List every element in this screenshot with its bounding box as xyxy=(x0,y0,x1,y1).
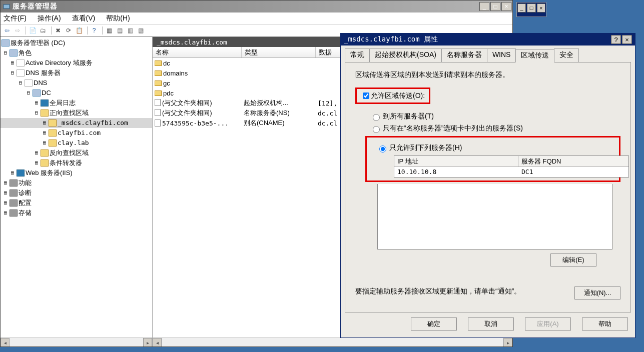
file-icon xyxy=(155,109,161,116)
zone-properties-dialog: _msdcs.clayfbi.com 属性 ? × 常规 起始授权机构(SOA)… xyxy=(340,33,635,338)
tree-root[interactable]: 服务器管理器 (DC) xyxy=(1,38,152,48)
tree-iis[interactable]: ⊞ Web 服务器(IIS) xyxy=(1,168,152,178)
tree-zone-clayfbi[interactable]: ⊞ clayfbi.com xyxy=(1,128,152,138)
cell: 别名(CNAME) xyxy=(242,118,316,128)
ok-button[interactable]: 确定 xyxy=(411,318,457,330)
menu-file[interactable]: 文件(F) xyxy=(4,14,27,23)
tree-label: Web 服务器(IIS) xyxy=(26,168,73,178)
tree-hscroll[interactable]: ◂ ▸ xyxy=(1,338,152,346)
tree-cond-fwd[interactable]: ⊞ 条件转发器 xyxy=(1,158,152,168)
list-title-zone: _msdcs.clayfbi.com xyxy=(157,38,227,46)
tree-ad[interactable]: ⊞ Active Directory 域服务 xyxy=(1,58,152,68)
tree-diag[interactable]: ⊞ 诊断 xyxy=(1,188,152,198)
forward-icon[interactable]: ⇨ xyxy=(13,26,22,35)
allow-zone-transfer-checkbox[interactable] xyxy=(363,92,369,99)
col-name[interactable]: 名称 xyxy=(153,47,242,58)
iis-icon xyxy=(17,170,25,176)
menu-view[interactable]: 查看(V) xyxy=(72,14,96,23)
radio-row-ns[interactable]: 只有在“名称服务器”选项卡中列出的服务器(S) xyxy=(370,124,620,133)
menu-help[interactable]: 帮助(H) xyxy=(106,14,130,23)
menu-action[interactable]: 操作(A) xyxy=(38,14,61,23)
app-icon xyxy=(3,2,11,10)
delete-icon[interactable]: ✖ xyxy=(54,26,63,35)
radio-row-list[interactable]: 只允许到下列服务器(H) xyxy=(377,144,614,152)
storage-icon xyxy=(10,210,18,216)
help-icon[interactable]: ? xyxy=(90,26,99,35)
tree-fwd-zone[interactable]: ⊟ 正向查找区域 xyxy=(1,108,152,118)
folder-icon[interactable]: 🗂 xyxy=(39,26,48,35)
tree-label: 全局日志 xyxy=(50,98,76,108)
tree-zone-claylab[interactable]: ⊞ clay.lab xyxy=(1,138,152,148)
export-icon[interactable]: 📋 xyxy=(75,26,84,35)
col-ip[interactable]: IP 地址 xyxy=(394,156,518,166)
list-hscroll[interactable]: ◂ ▸ xyxy=(153,338,512,346)
maximize-button[interactable]: □ xyxy=(490,2,500,11)
table-row[interactable]: 10.10.10.8 DC1 xyxy=(394,167,628,177)
dialog-buttons: 确定 取消 应用(A) 帮助 xyxy=(341,312,635,338)
scroll-right-icon[interactable]: ▸ xyxy=(503,338,512,346)
tree-dns[interactable]: ⊟ DNS xyxy=(1,78,152,88)
radio-all-servers[interactable] xyxy=(373,114,380,121)
tree-rev-zone[interactable]: ⊞ 反向查找区域 xyxy=(1,148,152,158)
tab-security[interactable]: 安全 xyxy=(554,48,579,62)
tree-config[interactable]: ⊞ 配置 xyxy=(1,198,152,208)
radio-only-listed-servers[interactable] xyxy=(379,146,386,152)
tree-storage[interactable]: ⊞ 存储 xyxy=(1,208,152,218)
apply-button[interactable]: 应用(A) xyxy=(525,318,571,330)
scroll-left-icon[interactable]: ◂ xyxy=(153,338,162,346)
maximize-icon[interactable]: □ xyxy=(527,4,535,12)
back-icon[interactable]: ⇦ xyxy=(3,26,12,35)
tab-zone-transfer[interactable]: 区域传送 xyxy=(515,49,554,62)
tb-icon-1[interactable]: ▦ xyxy=(105,26,114,35)
tree-zone-msdcs[interactable]: ⊞ _msdcs.clayfbi.com xyxy=(1,118,152,128)
refresh-icon[interactable]: ⟳ xyxy=(64,26,73,35)
notify-button[interactable]: 通知(N)... xyxy=(574,286,620,300)
scroll-left-icon[interactable]: ◂ xyxy=(1,338,10,346)
cell: pdc xyxy=(163,90,174,97)
zone-icon xyxy=(49,130,57,136)
features-icon xyxy=(10,180,18,186)
tab-general[interactable]: 常规 xyxy=(345,48,370,62)
minimize-button[interactable]: _ xyxy=(479,2,489,11)
edit-button[interactable]: 编辑(E) xyxy=(550,254,596,266)
server-icon xyxy=(2,40,10,46)
col-fqdn[interactable]: 服务器 FQDN xyxy=(518,156,628,166)
close-button[interactable]: × xyxy=(501,2,511,11)
folder-icon xyxy=(41,150,49,156)
tab-wins[interactable]: WINS xyxy=(487,48,516,62)
tree-roles[interactable]: ⊟ 角色 xyxy=(1,48,152,58)
scroll-right-icon[interactable]: ▸ xyxy=(143,338,152,346)
help-button[interactable]: ? xyxy=(611,35,621,44)
tab-ns[interactable]: 名称服务器 xyxy=(441,48,487,62)
close-icon[interactable]: × xyxy=(537,4,545,12)
tb-icon-4[interactable]: ▧ xyxy=(136,26,145,35)
roles-icon xyxy=(10,50,18,56)
cell: gc xyxy=(163,80,170,87)
tree-dc[interactable]: ⊟ DC xyxy=(1,88,152,98)
tree-global-log[interactable]: ⊞ 全局日志 xyxy=(1,98,152,108)
background-window: _ □ × xyxy=(516,2,546,17)
radio-row-all[interactable]: 到所有服务器(T) xyxy=(370,112,620,121)
close-button[interactable]: × xyxy=(622,35,632,44)
cell-fqdn: DC1 xyxy=(518,167,628,177)
tree-dns-server[interactable]: ⊟ DNS 服务器 xyxy=(1,68,152,78)
tree-features[interactable]: ⊞ 功能 xyxy=(1,178,152,188)
tb-icon-2[interactable]: ▤ xyxy=(115,26,124,35)
tree-label: DNS 服务器 xyxy=(26,68,61,78)
col-type[interactable]: 类型 xyxy=(242,47,316,58)
tb-icon-3[interactable]: ▥ xyxy=(126,26,135,35)
tab-soa[interactable]: 起始授权机构(SOA) xyxy=(369,48,442,62)
tree-label: DC xyxy=(42,88,51,98)
tree-label: 服务器管理器 (DC) xyxy=(11,38,65,48)
tree-label: clay.lab xyxy=(58,138,89,148)
radio-ns-tab-servers[interactable] xyxy=(373,126,380,133)
up-icon[interactable]: 📄 xyxy=(28,26,37,35)
globe-icon xyxy=(41,100,49,106)
tree-label: 存储 xyxy=(19,208,32,218)
tree-panel: 服务器管理器 (DC) ⊟ 角色 ⊞ Active Directory 域服务 … xyxy=(1,37,153,346)
help-button[interactable]: 帮助 xyxy=(582,318,628,330)
cancel-button[interactable]: 取消 xyxy=(468,318,514,330)
server-list-table: IP 地址 服务器 FQDN 10.10.10.8 DC1 xyxy=(394,156,629,178)
minimize-icon[interactable]: _ xyxy=(517,4,526,12)
cell: domains xyxy=(163,70,188,77)
